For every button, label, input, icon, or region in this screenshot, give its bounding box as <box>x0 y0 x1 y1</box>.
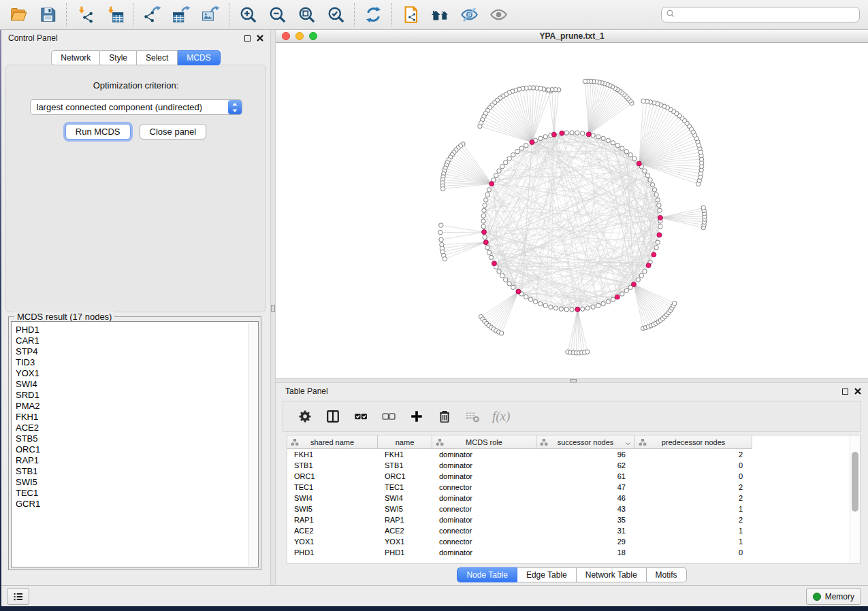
zoom-window-icon[interactable] <box>309 32 317 40</box>
vertical-splitter[interactable] <box>270 30 276 585</box>
table-row[interactable]: SWI5SWI5connector431 <box>287 503 860 514</box>
mcds-list-scrollbar[interactable] <box>248 323 257 566</box>
add-row-icon[interactable] <box>408 408 425 425</box>
settings-gear-icon[interactable] <box>297 408 313 425</box>
mcds-result-item[interactable]: SRD1 <box>12 390 258 401</box>
graph-hub-node[interactable] <box>632 282 637 286</box>
export-network-icon[interactable] <box>142 5 161 24</box>
mcds-result-item[interactable]: RAP1 <box>12 455 258 466</box>
mcds-result-item[interactable]: STP4 <box>12 346 258 357</box>
graph-hub-node[interactable] <box>586 132 591 137</box>
mcds-result-item[interactable]: GCR1 <box>12 499 258 510</box>
table-row[interactable]: FKH1FKH1dominator962 <box>287 449 860 460</box>
zoom-in-icon[interactable] <box>238 5 257 24</box>
memory-button[interactable]: Memory <box>806 588 861 605</box>
column-header-predecessor-nodes[interactable]: predecessor nodes <box>635 435 752 449</box>
table-row[interactable]: PHD1PHD1dominator180 <box>287 547 860 558</box>
column-header-name[interactable]: name <box>378 435 432 449</box>
column-header-MCDS-role[interactable]: MCDS role <box>432 435 536 449</box>
tab-select[interactable]: Select <box>137 50 178 65</box>
table-row[interactable]: STB1STB1dominator620 <box>287 460 860 471</box>
search-input[interactable] <box>675 8 859 21</box>
mcds-result-item[interactable]: TID3 <box>12 357 258 368</box>
graph-hub-node[interactable] <box>637 161 641 166</box>
table-row[interactable]: SWI4SWI4dominator462 <box>287 493 860 503</box>
mcds-result-item[interactable]: ACE2 <box>12 423 258 433</box>
splitter-collapse-handle[interactable] <box>570 379 577 382</box>
mcds-result-item[interactable]: SWI4 <box>12 379 258 390</box>
tab-edge-table[interactable]: Edge Table <box>517 567 577 582</box>
show-panels-button[interactable] <box>7 588 29 605</box>
select-all-icon[interactable] <box>353 408 369 425</box>
first-neighbors-icon[interactable] <box>430 5 449 24</box>
graph-hub-node[interactable] <box>489 182 494 186</box>
zoom-selected-icon[interactable] <box>326 5 345 24</box>
graph-hub-node[interactable] <box>482 230 487 235</box>
deselect-all-icon[interactable] <box>381 408 397 425</box>
mcds-result-item[interactable]: YOX1 <box>12 368 258 379</box>
horizontal-splitter[interactable] <box>276 378 868 383</box>
column-header-successor-nodes[interactable]: successor nodes <box>536 435 635 449</box>
splitter-collapse-handle[interactable] <box>271 305 275 312</box>
close-panel-icon[interactable] <box>257 35 263 42</box>
mcds-result-item[interactable]: SWI5 <box>12 477 258 488</box>
zoom-fit-icon[interactable] <box>297 5 316 24</box>
export-image-icon[interactable] <box>201 5 220 24</box>
show-all-icon[interactable] <box>489 5 508 24</box>
column-header-shared-name[interactable]: shared name <box>287 435 378 449</box>
open-file-icon[interactable] <box>9 5 28 24</box>
tab-style[interactable]: Style <box>100 50 137 65</box>
graph-hub-node[interactable] <box>516 289 521 294</box>
graph-hub-node[interactable] <box>483 240 488 245</box>
hide-selected-icon[interactable] <box>460 5 479 24</box>
graph-hub-node[interactable] <box>652 252 656 257</box>
graph-hub-node[interactable] <box>646 263 651 268</box>
graph-hub-node[interactable] <box>530 140 534 145</box>
close-window-icon[interactable] <box>282 32 290 40</box>
table-row[interactable]: RAP1RAP1dominator352 <box>287 514 860 525</box>
optimization-criterion-select[interactable]: largest connected component (undirected) <box>30 99 242 115</box>
graph-hub-node[interactable] <box>657 233 662 237</box>
tab-motifs[interactable]: Motifs <box>647 567 687 582</box>
tab-mcds[interactable]: MCDS <box>178 50 220 65</box>
tab-network[interactable]: Network <box>51 50 100 65</box>
network-canvas[interactable] <box>276 43 868 378</box>
table-row[interactable]: YOX1YOX1connector291 <box>287 536 860 547</box>
tab-node-table[interactable]: Node Table <box>457 567 517 582</box>
network-svg[interactable] <box>276 43 868 378</box>
graph-hub-node[interactable] <box>575 307 580 312</box>
save-icon[interactable] <box>38 5 57 24</box>
graph-hub-node[interactable] <box>551 132 556 137</box>
column-layout-icon[interactable] <box>325 408 341 425</box>
table-scrollbar[interactable] <box>850 435 860 563</box>
quick-search[interactable] <box>661 7 860 22</box>
import-network-icon[interactable] <box>76 5 95 24</box>
close-panel-icon[interactable] <box>854 388 861 395</box>
graph-hub-node[interactable] <box>615 295 620 299</box>
tab-network-table[interactable]: Network Table <box>577 567 647 582</box>
run-mcds-button[interactable]: Run MCDS <box>65 124 131 139</box>
mcds-result-item[interactable]: CAR1 <box>12 335 258 346</box>
mcds-result-item[interactable]: TEC1 <box>12 488 258 499</box>
float-panel-icon[interactable] <box>842 389 848 395</box>
export-table-icon[interactable] <box>172 5 191 24</box>
delete-row-icon[interactable] <box>436 408 453 425</box>
table-row[interactable]: ORC1ORC1dominator610 <box>287 471 860 482</box>
graph-hub-node[interactable] <box>658 216 662 220</box>
minimize-window-icon[interactable] <box>295 32 304 40</box>
float-panel-icon[interactable] <box>244 35 251 42</box>
table-row[interactable]: ACE2ACE2connector311 <box>287 525 860 536</box>
zoom-out-icon[interactable] <box>268 5 287 24</box>
mcds-result-item[interactable]: PMA2 <box>12 401 258 412</box>
close-panel-button[interactable]: Close panel <box>140 124 207 139</box>
mcds-result-item[interactable]: FKH1 <box>12 412 258 423</box>
mcds-result-item[interactable]: STB5 <box>12 433 258 444</box>
table-row[interactable]: TEC1TEC1connector472 <box>287 482 860 493</box>
mcds-result-item[interactable]: STB1 <box>12 466 258 477</box>
share-document-icon[interactable] <box>401 5 420 24</box>
import-table-icon[interactable] <box>105 5 124 24</box>
graph-hub-node[interactable] <box>560 131 564 135</box>
mcds-result-item[interactable]: PHD1 <box>12 325 258 335</box>
table-scrollbar-thumb[interactable] <box>852 452 858 512</box>
mcds-result-item[interactable]: ORC1 <box>12 444 258 455</box>
